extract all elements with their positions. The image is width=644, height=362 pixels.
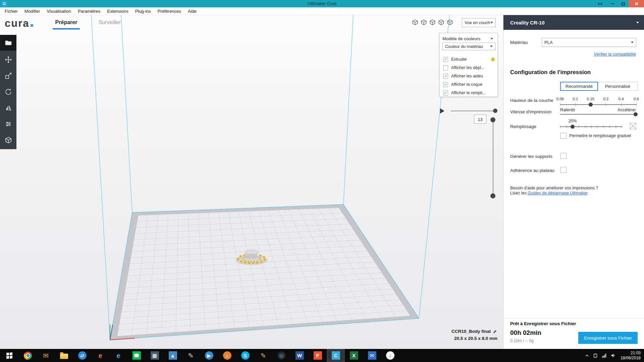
slider-track[interactable] bbox=[560, 114, 636, 115]
rotate-tool-button[interactable] bbox=[0, 84, 16, 100]
mail-icon[interactable]: ✉ bbox=[37, 349, 55, 362]
per-model-settings-tool-button[interactable] bbox=[0, 116, 16, 132]
machine-selector[interactable]: Creality CR-10 bbox=[503, 15, 644, 30]
media-player-icon[interactable]: ▶ bbox=[200, 349, 218, 362]
color-scheme-dropdown[interactable]: Modèle de couleurs bbox=[442, 35, 495, 42]
layer-view-option-afficher-les-aides: Afficher les aides bbox=[440, 73, 498, 79]
checkbox-afficher-le-rempli[interactable] bbox=[443, 90, 448, 96]
maximize-button[interactable] bbox=[618, 0, 629, 7]
line-icon[interactable] bbox=[127, 349, 146, 362]
current-layer-value[interactable]: 13 bbox=[474, 115, 486, 124]
menu-modifier[interactable]: Modifier bbox=[21, 7, 43, 15]
checkbox-extruder[interactable] bbox=[443, 57, 448, 62]
skype-icon[interactable]: S bbox=[236, 349, 254, 362]
scale-tool-button[interactable] bbox=[0, 68, 16, 84]
mail-blue-icon[interactable]: ✉ bbox=[363, 349, 381, 362]
view-top-icon[interactable] bbox=[429, 19, 436, 25]
slider-handle[interactable] bbox=[589, 103, 593, 107]
swirl-icon[interactable]: ◎ bbox=[272, 349, 290, 362]
word-icon-glyph: W bbox=[296, 351, 304, 360]
resize-window-icon[interactable] bbox=[593, 0, 607, 7]
tab-custom[interactable]: Personnalisé bbox=[598, 82, 638, 91]
checkbox-afficher-la-coque[interactable] bbox=[443, 82, 448, 87]
adhesion-checkbox[interactable] bbox=[560, 167, 567, 173]
tick-label-0.4: 0.4 bbox=[614, 97, 628, 101]
music-orange-icon[interactable]: ♪ bbox=[218, 349, 236, 362]
troubleshooting-link[interactable]: Guides de dépannage Ultimaker bbox=[528, 191, 588, 195]
browser-e-orange-icon[interactable]: e bbox=[91, 349, 109, 362]
internet-explorer-icon[interactable]: e bbox=[109, 349, 127, 362]
start-button[interactable] bbox=[0, 349, 19, 362]
tab-monitor[interactable]: Surveiller bbox=[93, 19, 126, 25]
tickmark bbox=[621, 103, 622, 106]
rename-pencil-icon[interactable] bbox=[493, 329, 497, 334]
menu-aide[interactable]: Aide bbox=[184, 7, 200, 15]
pencil-tool-icon[interactable]: ✎ bbox=[182, 349, 200, 362]
tab-prepare[interactable]: Préparer bbox=[50, 19, 82, 25]
excel-icon[interactable]: X bbox=[345, 349, 363, 362]
print-speed-slider[interactable] bbox=[560, 112, 636, 118]
simulation-slider-track[interactable] bbox=[451, 111, 496, 111]
machine-name: Creality CR-10 bbox=[510, 20, 636, 25]
supports-checkbox[interactable] bbox=[560, 153, 567, 159]
tickmark bbox=[566, 125, 567, 128]
support-blocker-tool-button[interactable] bbox=[0, 132, 16, 148]
hidden-icons-chevron-icon[interactable] bbox=[585, 355, 589, 357]
job-status: Prêt à Enregistrer sous Fichier bbox=[510, 321, 576, 326]
device-icon[interactable] bbox=[593, 354, 597, 358]
close-button[interactable] bbox=[629, 0, 644, 7]
taskbar: ✉⇄ee▦▲✎▶♪S✎◎WFCX✉♪ 21:03 18/06/2018 bbox=[0, 349, 644, 362]
layer-slider-track[interactable] bbox=[493, 119, 493, 196]
compatibility-link[interactable]: Vérifier la compatibilité bbox=[594, 52, 636, 57]
menu-pr-f-rences[interactable]: Préférences bbox=[154, 7, 184, 15]
clock[interactable]: 21:03 18/06/2018 bbox=[621, 351, 641, 361]
cura-icon[interactable]: C bbox=[327, 349, 345, 362]
open-file-button[interactable] bbox=[0, 35, 16, 51]
tab-recommended[interactable]: Recommandé bbox=[560, 82, 598, 91]
chevron-down-icon bbox=[490, 38, 493, 40]
view-mode-dropdown[interactable]: Vue en couches bbox=[462, 18, 496, 27]
mail-blue-icon-glyph: ✉ bbox=[368, 351, 376, 360]
play-simulation-button[interactable] bbox=[440, 108, 444, 114]
active-tab-underline bbox=[53, 28, 80, 29]
file-explorer-icon[interactable] bbox=[55, 349, 73, 362]
f-app-icon[interactable]: F bbox=[309, 349, 327, 362]
checkbox-afficher-les-d-pl[interactable] bbox=[443, 65, 448, 70]
brush-icon[interactable]: ✎ bbox=[254, 349, 272, 362]
save-to-file-button[interactable]: Enregistrer sous Fichier bbox=[578, 332, 638, 344]
view-front-icon[interactable] bbox=[421, 19, 427, 25]
layer-slider-top-handle[interactable] bbox=[490, 117, 495, 122]
slider-track[interactable] bbox=[560, 104, 636, 105]
gradual-infill-checkbox[interactable] bbox=[560, 133, 567, 139]
menu-visualisation[interactable]: Visualisation bbox=[43, 7, 74, 15]
itunes-icon[interactable]: ♪ bbox=[381, 349, 399, 362]
minimize-button[interactable] bbox=[607, 0, 618, 7]
simulation-slider-handle[interactable] bbox=[493, 109, 497, 113]
3d-viewport-canvas[interactable] bbox=[0, 15, 503, 349]
menu-fichier[interactable]: Fichier bbox=[1, 7, 21, 15]
checkbox-afficher-les-aides[interactable] bbox=[443, 74, 448, 79]
menu-plug-ins[interactable]: Plug-ins bbox=[132, 7, 154, 15]
view-right-icon[interactable] bbox=[447, 19, 453, 25]
view-3d-icon[interactable] bbox=[412, 19, 418, 25]
move-tool-button[interactable] bbox=[0, 52, 16, 68]
calculator-icon[interactable]: ▦ bbox=[146, 349, 164, 362]
mirror-tool-button[interactable] bbox=[0, 100, 16, 116]
volume-icon[interactable] bbox=[611, 353, 616, 358]
view-left-icon[interactable] bbox=[438, 19, 444, 25]
material-color-dropdown[interactable]: Couleur du matériau bbox=[442, 43, 495, 50]
gradual-infill-icon[interactable] bbox=[630, 123, 636, 129]
network-signal-icon[interactable] bbox=[602, 354, 606, 358]
layer-slider-bottom-handle[interactable] bbox=[490, 193, 495, 198]
material-dropdown[interactable]: PLA bbox=[542, 38, 636, 47]
tickmark bbox=[591, 125, 591, 128]
photos-icon[interactable]: ▲ bbox=[164, 349, 182, 362]
slider-handle[interactable] bbox=[571, 125, 575, 129]
menu-param-tres[interactable]: Paramètres bbox=[74, 7, 104, 15]
sync-icon[interactable]: ⇄ bbox=[73, 349, 91, 362]
slider-handle[interactable] bbox=[634, 112, 638, 116]
chrome-icon[interactable] bbox=[19, 349, 37, 362]
menu-extensions[interactable]: Extensions bbox=[104, 7, 132, 15]
infill-slider[interactable] bbox=[560, 124, 622, 131]
word-icon[interactable]: W bbox=[290, 349, 309, 362]
